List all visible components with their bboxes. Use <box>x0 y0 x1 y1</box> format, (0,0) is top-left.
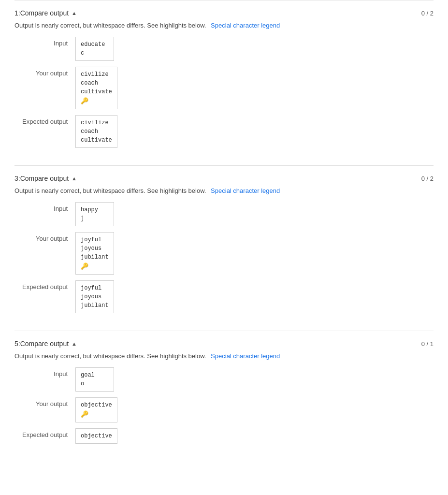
section-title-1: 1:Compare output ▲ <box>14 9 77 17</box>
message-text-5: Output is nearly correct, but whitespace… <box>14 352 206 360</box>
expected-output-code-box-3: joyful joyous jubilant <box>75 280 114 313</box>
compare-section-5: 5:Compare output ▲ 0 / 1 Output is nearl… <box>14 331 434 461</box>
section-header-1: 1:Compare output ▲ 0 / 2 <box>14 9 434 17</box>
emoji-icon-1: 🔑 <box>81 97 88 104</box>
your-output-row-1: Your output civilize coach cultivate 🔑 <box>14 67 434 109</box>
input-code-box-3: happy j <box>75 202 114 226</box>
compare-section-3: 3:Compare output ▲ 0 / 2 Output is nearl… <box>14 165 434 331</box>
chevron-up-icon-1: ▲ <box>72 10 77 16</box>
your-output-label-5: Your output <box>14 397 68 408</box>
message-row-1: Output is nearly correct, but whitespace… <box>14 22 434 29</box>
your-output-row-5: Your output objective 🔑 <box>14 397 434 422</box>
input-row-5: Input goal o <box>14 367 434 392</box>
your-output-label-3: Your output <box>14 232 68 242</box>
special-legend-link-5[interactable]: Special character legend <box>211 352 280 360</box>
section-title-label-1: 1:Compare output <box>14 9 69 17</box>
section-title-5: 5:Compare output ▲ <box>14 340 77 348</box>
section-title-label-3: 3:Compare output <box>14 175 69 182</box>
message-text-3: Output is nearly correct, but whitespace… <box>14 187 206 194</box>
your-output-code-box-3: joyful joyous jubilant 🔑 <box>75 232 114 275</box>
input-row-1: Input educate c <box>14 37 434 61</box>
score-badge-3: 0 / 2 <box>421 175 434 182</box>
special-legend-link-3[interactable]: Special character legend <box>211 187 280 194</box>
input-code-box-5: goal o <box>75 367 114 392</box>
your-output-row-3: Your output joyful joyous jubilant 🔑 <box>14 232 434 275</box>
section-title-label-5: 5:Compare output <box>14 340 69 348</box>
input-label-1: Input <box>14 37 68 47</box>
expected-output-label-5: Expected output <box>14 428 68 438</box>
expected-output-row-1: Expected output civilize coach cultivate <box>14 115 434 148</box>
input-code-box-1: educate c <box>75 37 114 61</box>
compare-section-1: 1:Compare output ▲ 0 / 2 Output is nearl… <box>14 0 434 165</box>
your-output-code-box-1: civilize coach cultivate 🔑 <box>75 67 117 109</box>
your-output-code-box-5: objective 🔑 <box>75 397 117 422</box>
expected-output-label-1: Expected output <box>14 115 68 125</box>
section-header-3: 3:Compare output ▲ 0 / 2 <box>14 175 434 182</box>
message-text-1: Output is nearly correct, but whitespace… <box>14 22 206 29</box>
special-legend-link-1[interactable]: Special character legend <box>211 22 280 29</box>
chevron-up-icon-3: ▲ <box>72 175 77 181</box>
chevron-up-icon-5: ▲ <box>72 341 77 347</box>
your-output-label-1: Your output <box>14 67 68 77</box>
score-badge-1: 0 / 2 <box>421 10 434 17</box>
expected-output-code-box-5: objective <box>75 428 117 444</box>
expected-output-row-3: Expected output joyful joyous jubilant <box>14 280 434 313</box>
score-badge-5: 0 / 1 <box>421 340 434 348</box>
input-label-5: Input <box>14 367 68 378</box>
section-title-3: 3:Compare output ▲ <box>14 175 77 182</box>
expected-output-label-3: Expected output <box>14 280 68 291</box>
emoji-icon-3: 🔑 <box>81 262 88 270</box>
expected-output-row-5: Expected output objective <box>14 428 434 444</box>
emoji-icon-5: 🔑 <box>81 410 88 418</box>
message-row-3: Output is nearly correct, but whitespace… <box>14 187 434 194</box>
section-header-5: 5:Compare output ▲ 0 / 1 <box>14 340 434 348</box>
input-label-3: Input <box>14 202 68 212</box>
input-row-3: Input happy j <box>14 202 434 226</box>
message-row-5: Output is nearly correct, but whitespace… <box>14 352 434 360</box>
expected-output-code-box-1: civilize coach cultivate <box>75 115 117 148</box>
page-wrapper: 1:Compare output ▲ 0 / 2 Output is nearl… <box>0 0 448 461</box>
